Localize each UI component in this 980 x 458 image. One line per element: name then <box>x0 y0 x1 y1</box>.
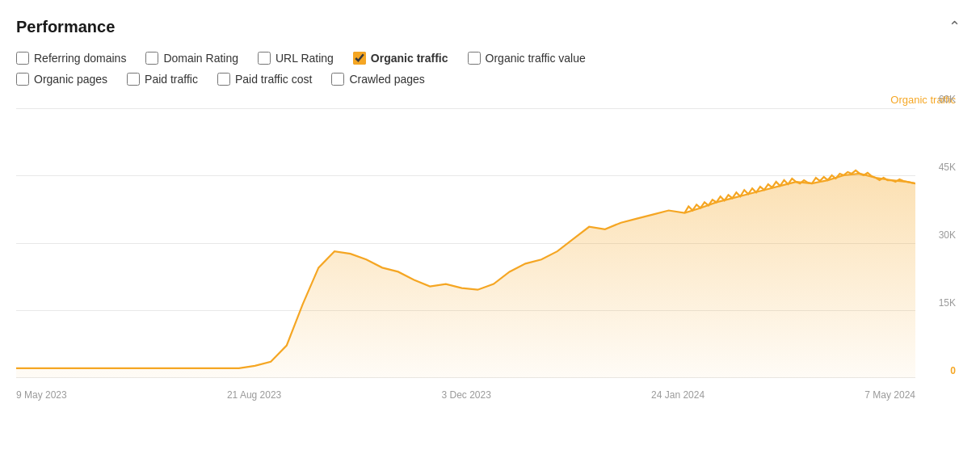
panel-title: Performance <box>16 18 115 36</box>
collapse-button[interactable]: ⌃ <box>945 15 964 39</box>
checkbox-label-paid-traffic: Paid traffic <box>145 73 198 86</box>
checkbox-label-domain-rating: Domain Rating <box>163 52 238 65</box>
checkbox-label-url-rating: URL Rating <box>275 52 334 65</box>
checkbox-item-referring-domains[interactable]: Referring domains <box>16 52 126 65</box>
checkbox-item-paid-traffic-cost[interactable]: Paid traffic cost <box>217 73 312 86</box>
checkbox-label-organic-traffic: Organic traffic <box>371 52 448 65</box>
checkbox-organic-traffic-value[interactable] <box>468 52 481 65</box>
checkbox-item-crawled-pages[interactable]: Crawled pages <box>331 73 424 86</box>
checkbox-referring-domains[interactable] <box>16 52 29 65</box>
checkbox-crawled-pages[interactable] <box>331 73 344 86</box>
checkbox-paid-traffic[interactable] <box>127 73 140 86</box>
checkbox-label-organic-traffic-value: Organic traffic value <box>486 52 586 65</box>
filter-row-2: Organic pagesPaid trafficPaid traffic co… <box>16 73 964 86</box>
checkbox-organic-pages[interactable] <box>16 73 29 86</box>
x-label-jan-2024: 24 Jan 2024 <box>651 389 705 401</box>
x-label-dec-2023: 3 Dec 2023 <box>441 389 490 401</box>
checkbox-organic-traffic[interactable] <box>353 52 366 65</box>
y-label-30k: 30K <box>939 229 956 241</box>
checkbox-label-referring-domains: Referring domains <box>34 52 126 65</box>
checkbox-domain-rating[interactable] <box>145 52 158 65</box>
y-axis: 60K 45K 30K 15K 0 <box>939 94 956 376</box>
y-label-0: 0 <box>950 365 956 376</box>
checkbox-item-organic-pages[interactable]: Organic pages <box>16 73 107 86</box>
checkbox-item-url-rating[interactable]: URL Rating <box>258 52 334 65</box>
x-label-may-2024: 7 May 2024 <box>864 389 915 401</box>
chart-area: Organic traffic <box>16 94 964 401</box>
checkbox-item-organic-traffic-value[interactable]: Organic traffic value <box>468 52 586 65</box>
checkbox-item-paid-traffic[interactable]: Paid traffic <box>127 73 198 86</box>
panel-header: Performance ⌃ <box>16 15 964 39</box>
chart-svg <box>16 108 915 378</box>
checkbox-label-crawled-pages: Crawled pages <box>349 73 424 86</box>
y-label-15k: 15K <box>939 297 956 309</box>
y-label-45k: 45K <box>939 162 956 173</box>
performance-panel: Performance ⌃ Referring domainsDomain Ra… <box>0 0 980 458</box>
x-label-aug-2023: 21 Aug 2023 <box>227 389 281 401</box>
y-label-60k: 60K <box>939 94 956 105</box>
checkbox-url-rating[interactable] <box>258 52 271 65</box>
x-axis: 9 May 2023 21 Aug 2023 3 Dec 2023 24 Jan… <box>16 389 915 401</box>
checkbox-item-organic-traffic[interactable]: Organic traffic <box>353 52 448 65</box>
chart-svg-wrapper <box>16 108 915 378</box>
checkbox-label-paid-traffic-cost: Paid traffic cost <box>235 73 312 86</box>
checkbox-label-organic-pages: Organic pages <box>34 73 107 86</box>
x-label-may-2023: 9 May 2023 <box>16 389 67 401</box>
filter-row-1: Referring domainsDomain RatingURL Rating… <box>16 52 964 65</box>
checkbox-item-domain-rating[interactable]: Domain Rating <box>145 52 238 65</box>
chart-area-fill <box>16 174 915 378</box>
checkbox-paid-traffic-cost[interactable] <box>217 73 230 86</box>
